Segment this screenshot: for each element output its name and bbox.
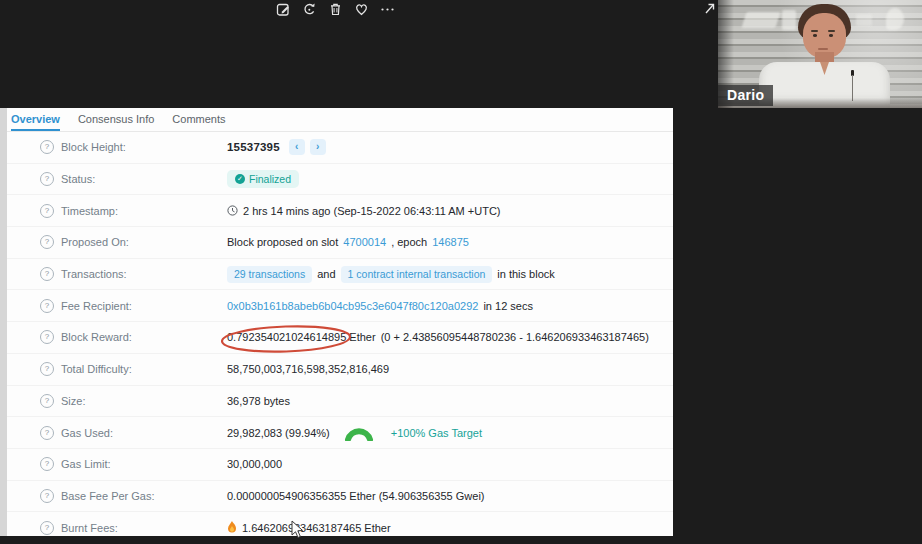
row-burnt-fees: ?Burnt Fees: 1.646206933463187465 Ether bbox=[0, 512, 673, 536]
gas-target-text: +100% Gas Target bbox=[391, 427, 482, 439]
row-label: Fee Recipient: bbox=[61, 300, 132, 312]
block-height-value: 15537395 bbox=[227, 141, 280, 153]
edit-icon[interactable] bbox=[276, 2, 291, 17]
burnt-fees-value: 1.646206933463187465 Ether bbox=[242, 522, 391, 534]
row-total-difficulty: ?Total Difficulty: 58,750,003,716,598,35… bbox=[0, 354, 673, 386]
row-block-reward: ?Block Reward: 0.792354021024614895 Ethe… bbox=[0, 322, 673, 354]
more-icon[interactable] bbox=[380, 2, 395, 17]
row-label: Transactions: bbox=[61, 268, 127, 280]
row-gas-limit: ?Gas Limit: 30,000,000 bbox=[0, 449, 673, 481]
tab-bar: Overview Consensus Info Comments bbox=[0, 108, 673, 132]
row-fee-recipient: ?Fee Recipient: 0x0b3b161b8abeb6b04cb95c… bbox=[0, 290, 673, 322]
row-label: Gas Used: bbox=[61, 427, 113, 439]
row-label: Proposed On: bbox=[61, 236, 129, 248]
clock-icon bbox=[227, 205, 238, 216]
help-icon[interactable]: ? bbox=[40, 426, 54, 440]
base-fee-value: 0.000000054906356355 Ether (54.906356355… bbox=[227, 490, 485, 502]
transactions-link[interactable]: 29 transactions bbox=[227, 266, 312, 283]
row-transactions: ?Transactions: 29 transactions and 1 con… bbox=[0, 259, 673, 291]
participant-name-label: Dario bbox=[718, 85, 773, 106]
tab-overview[interactable]: Overview bbox=[11, 113, 60, 131]
row-size: ?Size: 36,978 bytes bbox=[0, 386, 673, 418]
row-block-height: ?Block Height: 15537395 ‹ › bbox=[0, 132, 673, 164]
conjunction-text: and bbox=[317, 268, 335, 280]
viewer-toolbar bbox=[276, 2, 395, 17]
wall-logo-shape bbox=[886, 8, 904, 30]
help-icon[interactable]: ? bbox=[40, 362, 54, 376]
help-icon[interactable]: ? bbox=[40, 235, 54, 249]
row-label: Block Reward: bbox=[61, 331, 132, 343]
wall-logo-shape bbox=[741, 12, 780, 28]
fee-recipient-address-link[interactable]: 0x0b3b161b8abeb6b04cb95c3e6047f80c120a02… bbox=[227, 300, 478, 312]
slot-link[interactable]: 4700014 bbox=[343, 236, 386, 248]
block-reward-breakdown: (0 + 2.43856095448780236 - 1.64620693346… bbox=[381, 331, 649, 343]
tab-comments[interactable]: Comments bbox=[172, 113, 225, 131]
check-icon: ✓ bbox=[235, 174, 245, 184]
favorite-icon[interactable] bbox=[354, 2, 369, 17]
row-label: Base Fee Per Gas: bbox=[61, 490, 155, 502]
row-label: Gas Limit: bbox=[61, 458, 111, 470]
help-icon[interactable]: ? bbox=[40, 204, 54, 218]
next-block-button[interactable]: › bbox=[310, 139, 326, 155]
gas-gauge-icon bbox=[344, 425, 374, 441]
wall-logo-shape bbox=[782, 10, 796, 30]
status-badge: ✓ Finalized bbox=[227, 170, 299, 188]
internal-transactions-link[interactable]: 1 contract internal transaction bbox=[341, 266, 493, 283]
delete-icon[interactable] bbox=[328, 2, 343, 17]
help-icon[interactable]: ? bbox=[40, 521, 54, 535]
block-reward-value: 0.792354021024614895 Ether bbox=[227, 331, 376, 343]
row-status: ?Status: ✓ Finalized bbox=[0, 164, 673, 196]
webcam-video[interactable]: Dario bbox=[718, 0, 922, 108]
row-base-fee: ?Base Fee Per Gas: 0.000000054906356355 … bbox=[0, 481, 673, 513]
row-label: Total Difficulty: bbox=[61, 363, 132, 375]
block-details-panel: Overview Consensus Info Comments ?Block … bbox=[0, 108, 673, 536]
fire-icon bbox=[227, 521, 237, 534]
row-label: Timestamp: bbox=[61, 205, 118, 217]
prev-block-button[interactable]: ‹ bbox=[289, 139, 305, 155]
help-icon[interactable]: ? bbox=[40, 394, 54, 408]
row-timestamp: ?Timestamp: 2 hrs 14 mins ago (Sep-15-20… bbox=[0, 195, 673, 227]
help-icon[interactable]: ? bbox=[40, 299, 54, 313]
row-label: Block Height: bbox=[61, 141, 126, 153]
size-value: 36,978 bytes bbox=[227, 395, 290, 407]
help-icon[interactable]: ? bbox=[40, 140, 54, 154]
gas-limit-value: 30,000,000 bbox=[227, 458, 282, 470]
total-difficulty-value: 58,750,003,716,598,352,816,469 bbox=[227, 363, 389, 375]
row-label: Burnt Fees: bbox=[61, 522, 118, 534]
row-proposed-on: ?Proposed On: Block proposed on slot 470… bbox=[0, 227, 673, 259]
proposed-infix: , epoch bbox=[391, 236, 427, 248]
mouse-cursor bbox=[291, 520, 305, 539]
transactions-suffix: in this block bbox=[497, 268, 554, 280]
row-gas-used: ?Gas Used: 29,982,083 (99.94%) +100% Gas… bbox=[0, 417, 673, 449]
timestamp-value: 2 hrs 14 mins ago (Sep-15-2022 06:43:11 … bbox=[243, 205, 501, 217]
gas-used-value: 29,982,083 (99.94%) bbox=[227, 427, 330, 439]
help-icon[interactable]: ? bbox=[40, 172, 54, 186]
tab-consensus-info[interactable]: Consensus Info bbox=[78, 113, 154, 131]
help-icon[interactable]: ? bbox=[40, 330, 54, 344]
row-label: Status: bbox=[61, 173, 95, 185]
proposed-prefix: Block proposed on slot bbox=[227, 236, 338, 248]
window-edge bbox=[0, 108, 7, 536]
row-label: Size: bbox=[61, 395, 85, 407]
epoch-link[interactable]: 146875 bbox=[432, 236, 469, 248]
rotate-icon[interactable] bbox=[302, 2, 317, 17]
fee-recipient-suffix: in 12 secs bbox=[483, 300, 533, 312]
help-icon[interactable]: ? bbox=[40, 457, 54, 471]
help-icon[interactable]: ? bbox=[40, 267, 54, 281]
resize-arrow-icon[interactable] bbox=[702, 2, 716, 16]
help-icon[interactable]: ? bbox=[40, 489, 54, 503]
wall-logo-shape bbox=[856, 14, 872, 26]
